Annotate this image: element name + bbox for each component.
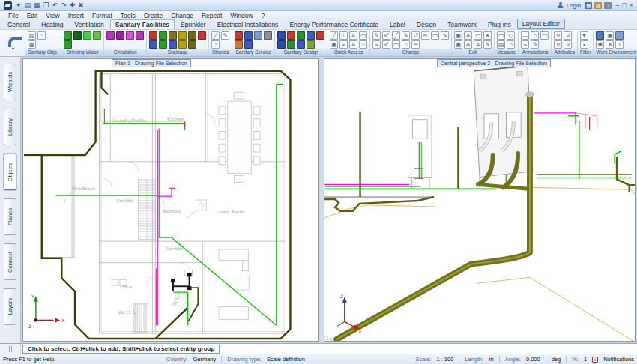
ribbon-tool-icon[interactable]: ∩ xyxy=(507,40,515,49)
ribbon-tool-icon[interactable]: V xyxy=(554,40,562,49)
ribbon-tool-icon[interactable] xyxy=(106,31,115,40)
ribbon-tool-icon[interactable]: ▼ xyxy=(580,31,588,40)
ribbon-tool-icon[interactable] xyxy=(73,31,82,40)
ribbon-tool-icon[interactable]: ▭ xyxy=(431,31,439,40)
ribbon-tool-icon[interactable] xyxy=(287,31,295,40)
ribbon-tool-icon[interactable]: ✎ xyxy=(221,31,229,40)
sanitary-pipe-tool-button[interactable]: ▾ xyxy=(1,31,25,56)
quick-access-icon[interactable]: ▤ xyxy=(25,1,31,10)
ribbon-tool-icon[interactable] xyxy=(277,31,286,40)
ribbon-tool-icon[interactable]: ╱ xyxy=(330,31,338,40)
ribbon-tool-icon[interactable] xyxy=(149,31,157,40)
ribbon-tool-icon[interactable]: • xyxy=(580,40,588,49)
ribbon-tool-icon[interactable]: A xyxy=(349,40,357,49)
ribbon-tool-icon[interactable] xyxy=(188,40,196,49)
menu-item-change[interactable]: Change xyxy=(167,12,197,19)
ribbon-tool-icon[interactable]: ≡ xyxy=(372,40,381,49)
ribbon-tool-icon[interactable]: ▣ xyxy=(454,31,462,40)
ribbon-tool-icon[interactable]: ○ xyxy=(359,40,367,49)
ribbon-tool-icon[interactable] xyxy=(264,31,272,40)
ribbon-tool-icon[interactable]: A xyxy=(464,31,472,40)
ribbon-tool-icon[interactable]: ✎ xyxy=(483,40,492,49)
drawing-type-value[interactable]: Scale definition xyxy=(267,356,305,363)
quick-access-icon[interactable]: ↷ xyxy=(61,1,67,10)
menu-item-insert[interactable]: Insert xyxy=(64,12,88,19)
ribbon-tab-plug-ins[interactable]: Plug-ins xyxy=(483,19,516,29)
menu-item-file[interactable]: File xyxy=(4,12,22,19)
sidebar-tab-connect[interactable]: Connect xyxy=(4,243,16,280)
ribbon-tool-icon[interactable]: ↕ xyxy=(211,40,220,49)
quick-access-icon[interactable]: ✚ xyxy=(70,1,76,10)
ribbon-tool-icon[interactable] xyxy=(136,31,144,40)
notifications-button[interactable]: Notifications xyxy=(603,356,634,363)
ribbon-tab-heating[interactable]: Heating xyxy=(36,19,68,29)
percent-value[interactable]: 1 xyxy=(584,356,587,363)
ribbon-tab-layout-editor[interactable]: Layout Editor xyxy=(517,19,565,29)
ribbon-tool-icon[interactable] xyxy=(198,31,206,40)
viewport-splitter[interactable] xyxy=(319,57,322,343)
menu-item-edit[interactable]: Edit xyxy=(23,12,42,19)
ribbon-tool-icon[interactable] xyxy=(615,31,624,40)
ribbon-tool-icon[interactable]: ✐ xyxy=(382,40,390,49)
menu-item-view[interactable]: View xyxy=(42,12,63,19)
ribbon-tool-icon[interactable]: ▭ xyxy=(497,31,505,40)
menu-item-window[interactable]: Window xyxy=(226,12,256,19)
ribbon-tool-icon[interactable] xyxy=(64,40,72,49)
ribbon-tool-icon[interactable]: ▣ xyxy=(606,31,614,40)
ribbon-tool-icon[interactable] xyxy=(316,31,324,40)
ribbon-tool-icon[interactable] xyxy=(277,40,286,49)
ribbon-tool-icon[interactable] xyxy=(596,31,604,40)
ribbon-tool-icon[interactable] xyxy=(244,40,253,49)
ribbon-tool-icon[interactable]: ╱ xyxy=(392,31,400,40)
title-bar-icon[interactable]: ▨ xyxy=(594,2,602,9)
title-bar-icon[interactable]: ▦ xyxy=(585,2,592,9)
ribbon-tool-icon[interactable] xyxy=(307,31,315,40)
angle-unit-value[interactable]: deg xyxy=(552,356,561,363)
ribbon-tool-icon[interactable]: ♨ xyxy=(37,31,46,40)
sidebar-tab-objects[interactable]: Objects xyxy=(4,154,16,190)
ribbon-tool-icon[interactable]: ▤ xyxy=(497,40,505,49)
window-control-button[interactable]: □ xyxy=(622,2,626,9)
ribbon-tab-electrical-installations[interactable]: Electrical Installations xyxy=(212,19,284,29)
ribbon-tool-icon[interactable]: ✂ xyxy=(421,31,429,40)
viewport-3d[interactable]: Central perspective 2 - Drawing File Sel… xyxy=(324,58,636,342)
menu-item-tools[interactable]: Tools xyxy=(117,12,139,19)
ribbon-tool-icon[interactable]: ✕ xyxy=(606,40,614,49)
menu-item-repeat[interactable]: Repeat xyxy=(198,12,226,19)
ribbon-tool-icon[interactable]: ▣ xyxy=(330,40,338,49)
ribbon-tab-general[interactable]: General xyxy=(2,19,35,29)
menu-item-create[interactable]: Create xyxy=(140,12,167,19)
ribbon-tool-icon[interactable]: ▤ xyxy=(28,31,36,40)
window-control-button[interactable]: × xyxy=(630,2,633,9)
length-unit-value[interactable]: m xyxy=(489,356,493,363)
ribbon-tool-icon[interactable]: — xyxy=(521,31,529,40)
ribbon-tool-icon[interactable] xyxy=(188,31,196,40)
ribbon-tab-sprinkler[interactable]: Sprinkler xyxy=(175,19,211,29)
ribbon-tool-icon[interactable]: ✂ xyxy=(411,40,420,49)
ribbon-tool-icon[interactable]: ◇ xyxy=(507,31,515,40)
ribbon-tool-icon[interactable]: ✎ xyxy=(441,31,449,40)
quick-access-icon[interactable]: ❐ xyxy=(43,1,49,10)
sidebar-tab-layers[interactable]: Layers xyxy=(4,288,16,325)
ribbon-tool-icon[interactable]: ▭ xyxy=(540,31,549,40)
angle-value[interactable]: 0.000 xyxy=(526,356,540,363)
quick-access-icon[interactable]: ▦ xyxy=(34,1,40,10)
ribbon-tool-icon[interactable] xyxy=(235,40,243,49)
ribbon-tool-icon[interactable]: ≡ xyxy=(521,40,529,49)
ribbon-tool-icon[interactable] xyxy=(235,31,243,40)
ribbon-tool-icon[interactable] xyxy=(287,40,295,49)
ribbon-tool-icon[interactable] xyxy=(178,31,187,40)
ribbon-tool-icon[interactable] xyxy=(178,40,187,49)
sidebar-tab-library[interactable]: Library xyxy=(4,109,16,145)
ribbon-tool-icon[interactable]: ✕ xyxy=(483,31,492,40)
ribbon-tool-icon[interactable] xyxy=(149,40,157,49)
viewport-plan[interactable]: Plan 1 - Drawing File Selection xyxy=(22,58,319,342)
ribbon-tool-icon[interactable]: ✎ xyxy=(402,31,410,40)
ribbon-tool-icon[interactable] xyxy=(169,31,177,40)
menu-item-format[interactable]: Format xyxy=(88,12,116,19)
sidebar-tab-planes[interactable]: Planes xyxy=(4,198,16,235)
ribbon-tab-teamwork[interactable]: Teamwork xyxy=(442,19,482,29)
ribbon-tool-icon[interactable]: ✱ xyxy=(596,40,604,49)
ribbon-tool-icon[interactable]: ▣ xyxy=(454,40,462,49)
ribbon-tool-icon[interactable]: ▦ xyxy=(28,40,36,49)
